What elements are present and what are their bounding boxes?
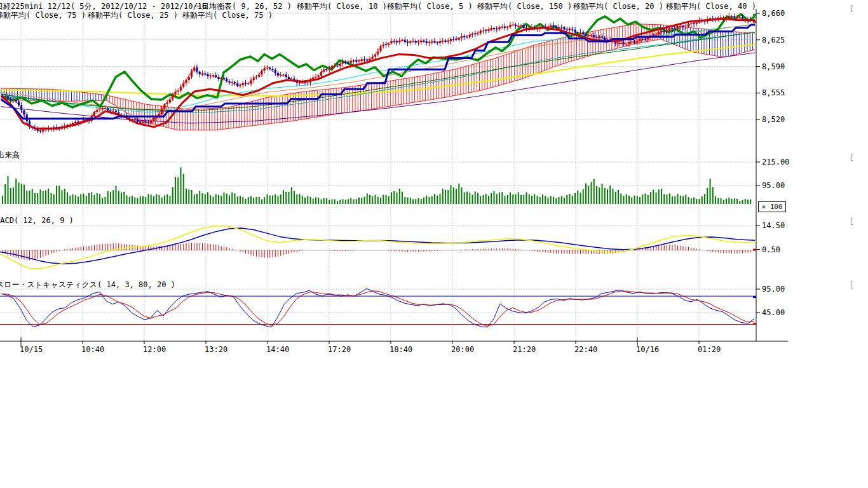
pane-resize-handle[interactable]: [ [849,4,854,13]
time-axis-label: 22:40 [574,345,597,354]
y-axis-label: 8,625 [762,36,785,44]
ichimoku-chikou-line [1,14,755,107]
macd-pane-title: MACD( 12, 26, 9 ) [0,216,74,225]
stoch-k-line [1,288,754,327]
y-axis-label: 95.00 [762,285,785,294]
pane-resize-handle[interactable]: [ [849,280,854,290]
ma-line-MA20 [1,25,755,112]
time-axis-label: 10/16 [636,345,659,354]
y-axis-label: 45.00 [762,308,785,317]
time-axis-label: 10/15 [20,345,43,354]
pane-resize-handle[interactable]: [ [849,217,854,226]
time-axis-label: 14:40 [266,345,289,354]
y-axis-label: 8,555 [762,88,785,97]
chart-canvas [0,0,868,488]
time-axis-label: 21:20 [513,345,536,354]
ma-line-MA40 [1,32,755,113]
volume-pane-title: 出来高 [0,150,20,161]
time-axis-label: 13:20 [205,345,227,354]
time-axis-label: 18:40 [390,345,412,354]
pane-resize-handle[interactable]: [ [849,152,854,162]
stochastics-pane-title: スロー・ストキャスティクス( 14, 3, 80, 20 ) [0,280,175,290]
y-axis-label: 14.50 [762,221,785,230]
y-axis-label: 215.00 [762,158,789,166]
y-axis-label: 95.00 [762,181,785,190]
chart-window: { "header": { "line1": [ {"text": "日経225… [0,0,868,488]
y-axis-label: 8,520 [762,115,785,124]
time-axis-label: 20:00 [451,345,474,354]
y-axis-label: 8,660 [762,9,785,18]
volume-unit-label: × 100 [758,201,786,212]
time-axis-label: 17:20 [328,345,351,354]
y-axis-label: 0.50 [762,245,780,254]
time-axis-label: 10:40 [81,345,104,354]
time-axis-label: 12:00 [143,345,166,354]
y-axis-label: 8,590 [762,62,785,71]
time-axis-label: 01:20 [698,345,721,354]
